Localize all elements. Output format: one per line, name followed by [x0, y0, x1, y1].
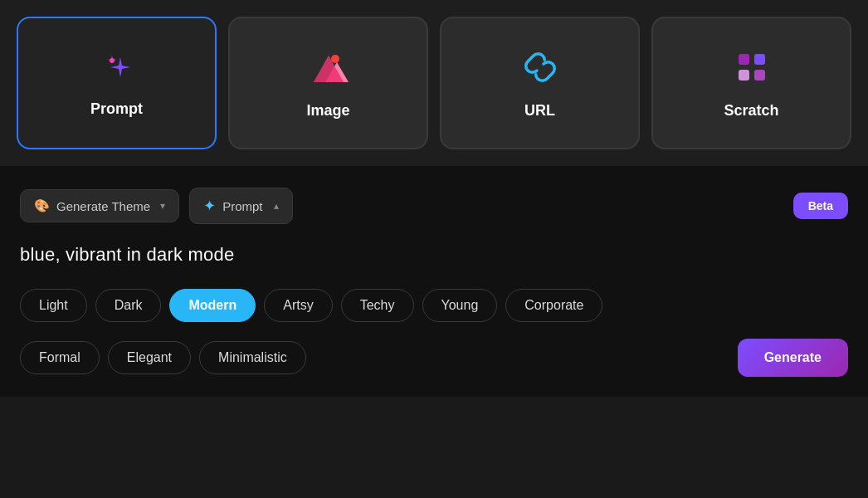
link-icon — [520, 47, 560, 90]
mode-card-prompt[interactable]: Prompt — [17, 17, 217, 149]
svg-rect-6 — [754, 54, 765, 65]
tags-row-2: Formal Elegant Minimalistic — [20, 341, 306, 374]
svg-rect-7 — [739, 70, 749, 81]
tag-artsy[interactable]: Artsy — [264, 289, 332, 322]
mountain-icon — [309, 47, 349, 90]
mode-label-scratch: Scratch — [724, 102, 778, 120]
svg-rect-8 — [754, 70, 765, 81]
tag-modern[interactable]: Modern — [169, 289, 256, 322]
tag-young[interactable]: Young — [422, 289, 498, 322]
tag-dark[interactable]: Dark — [95, 289, 162, 322]
mode-card-scratch[interactable]: Scratch — [651, 17, 851, 149]
mode-label-url: URL — [524, 102, 555, 120]
tags-row-1: Light Dark Modern Artsy Techy Young Corp… — [20, 289, 848, 322]
tag-elegant[interactable]: Elegant — [108, 341, 191, 374]
sparkle-prompt-icon: ✦ — [203, 197, 216, 215]
bottom-row: Formal Elegant Minimalistic Generate — [20, 339, 848, 377]
generate-theme-label: Generate Theme — [56, 199, 150, 213]
svg-rect-5 — [739, 54, 749, 65]
mode-grid: Prompt Image URL — [17, 17, 851, 149]
tag-light[interactable]: Light — [20, 289, 87, 322]
generate-theme-dropdown[interactable]: 🎨 Generate Theme ▾ — [20, 189, 179, 222]
tag-formal[interactable]: Formal — [20, 341, 100, 374]
palette-icon: 🎨 — [34, 198, 50, 213]
mode-label-prompt: Prompt — [90, 100, 143, 118]
mode-selector: Prompt Image URL — [0, 0, 868, 168]
prompt-dropdown[interactable]: ✦ Prompt ▴ — [189, 188, 293, 224]
tag-techy[interactable]: Techy — [341, 289, 414, 322]
tag-minimalistic[interactable]: Minimalistic — [199, 341, 306, 374]
tag-corporate[interactable]: Corporate — [505, 289, 602, 322]
beta-badge: Beta — [793, 193, 848, 219]
sparkle-icon — [97, 49, 137, 89]
prompt-text-display: blue, vibrant in dark mode — [20, 244, 848, 266]
mode-card-url[interactable]: URL — [440, 17, 640, 149]
grid-icon — [732, 47, 772, 90]
chevron-up-icon: ▴ — [274, 200, 279, 212]
mode-label-image: Image — [306, 102, 349, 120]
generate-button[interactable]: Generate — [738, 339, 848, 377]
prompt-dropdown-label: Prompt — [222, 199, 262, 213]
chevron-down-icon: ▾ — [160, 200, 165, 212]
controls-row: 🎨 Generate Theme ▾ ✦ Prompt ▴ Beta — [20, 188, 848, 224]
svg-point-1 — [331, 55, 339, 63]
bottom-section: 🎨 Generate Theme ▾ ✦ Prompt ▴ Beta blue,… — [0, 168, 868, 397]
mode-card-image[interactable]: Image — [228, 17, 428, 149]
